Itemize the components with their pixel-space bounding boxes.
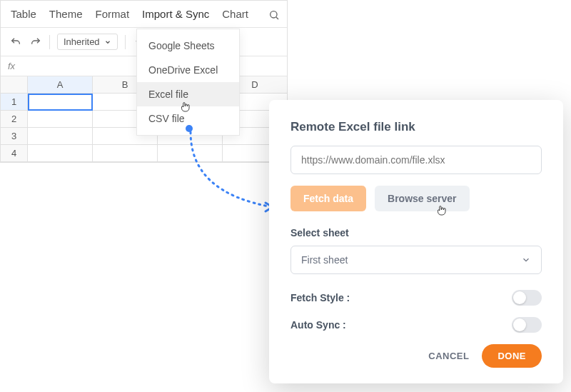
dropdown-item-google-sheets[interactable]: Google Sheets bbox=[137, 34, 239, 58]
dropdown-item-label: Excel file bbox=[148, 89, 188, 100]
cell[interactable] bbox=[93, 145, 158, 162]
dialog-title: Remote Excel file link bbox=[290, 120, 542, 134]
select-sheet-label: Select sheet bbox=[290, 227, 542, 238]
fetch-style-row: Fetch Style : bbox=[290, 290, 542, 306]
font-select[interactable]: Inherited bbox=[57, 34, 118, 50]
menu-chart[interactable]: Chart bbox=[222, 8, 248, 20]
corner-cell[interactable] bbox=[1, 76, 28, 94]
cell[interactable] bbox=[28, 111, 93, 128]
url-input[interactable] bbox=[290, 146, 542, 174]
menu-import-sync[interactable]: Import & Sync bbox=[142, 8, 209, 20]
auto-sync-toggle[interactable] bbox=[512, 317, 542, 333]
col-header[interactable]: A bbox=[28, 76, 93, 94]
cell-selected[interactable] bbox=[28, 94, 93, 111]
menu-theme[interactable]: Theme bbox=[49, 8, 83, 20]
row-header[interactable]: 4 bbox=[1, 145, 28, 162]
chevron-down-icon bbox=[521, 255, 531, 265]
separator bbox=[125, 35, 126, 49]
menubar: Table Theme Format Import & Sync Chart bbox=[1, 1, 287, 28]
done-button[interactable]: DONE bbox=[482, 344, 542, 368]
menu-table[interactable]: Table bbox=[11, 8, 36, 20]
dialog-footer: CANCEL DONE bbox=[290, 344, 542, 368]
menu-format[interactable]: Format bbox=[96, 8, 130, 20]
auto-sync-label: Auto Sync : bbox=[290, 319, 346, 331]
cursor-hand-icon bbox=[435, 204, 448, 217]
dropdown-item-excel-file[interactable]: Excel file bbox=[137, 82, 239, 106]
redo-icon[interactable] bbox=[29, 36, 42, 49]
row-header[interactable]: 1 bbox=[1, 94, 28, 111]
auto-sync-row: Auto Sync : bbox=[290, 317, 542, 333]
fetch-data-button[interactable]: Fetch data bbox=[290, 186, 366, 211]
search-icon[interactable] bbox=[268, 9, 280, 23]
fx-label: fx bbox=[8, 61, 15, 71]
browse-label: Browse server bbox=[388, 193, 457, 204]
chevron-down-icon bbox=[104, 39, 111, 46]
undo-icon[interactable] bbox=[9, 36, 22, 49]
import-dialog: Remote Excel file link Fetch data Browse… bbox=[269, 100, 563, 383]
row-header[interactable]: 2 bbox=[1, 111, 28, 128]
dropdown-item-onedrive-excel[interactable]: OneDrive Excel bbox=[137, 58, 239, 82]
sheet-select[interactable]: First sheet bbox=[290, 246, 542, 274]
row-header[interactable]: 3 bbox=[1, 128, 28, 145]
connector-dot bbox=[186, 125, 193, 132]
fetch-style-label: Fetch Style : bbox=[290, 292, 350, 303]
svg-point-0 bbox=[271, 11, 277, 18]
fetch-style-toggle[interactable] bbox=[512, 290, 542, 306]
cancel-button[interactable]: CANCEL bbox=[428, 351, 469, 361]
font-select-value: Inherited bbox=[64, 36, 100, 47]
separator bbox=[49, 35, 50, 49]
cell[interactable] bbox=[158, 145, 223, 162]
sheet-select-value: First sheet bbox=[301, 254, 348, 266]
browse-server-button[interactable]: Browse server bbox=[375, 186, 470, 211]
svg-line-1 bbox=[276, 17, 278, 19]
import-dropdown: Google Sheets OneDrive Excel Excel file … bbox=[136, 29, 240, 136]
cell[interactable] bbox=[28, 145, 93, 162]
button-row: Fetch data Browse server bbox=[290, 186, 542, 211]
cell[interactable] bbox=[28, 128, 93, 145]
